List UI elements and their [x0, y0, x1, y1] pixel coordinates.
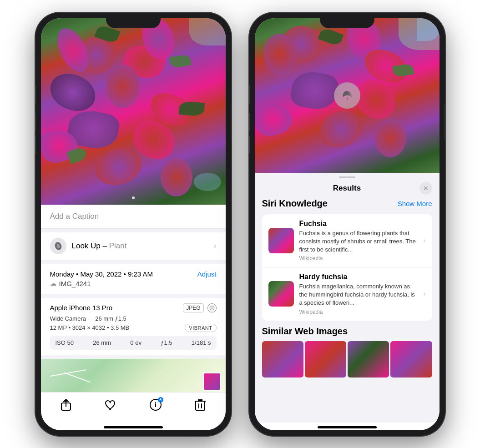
delete-button[interactable]	[193, 398, 207, 412]
siri-knowledge-header: Siri Knowledge Show More	[262, 198, 432, 209]
results-header: Results ✕	[255, 182, 440, 198]
caption-area[interactable]: Add a Caption	[41, 205, 226, 229]
fuchsia-source: Wikipedia	[299, 255, 416, 262]
camera-specs: Wide Camera — 26 mm ƒ1.5	[50, 315, 217, 322]
mp-info: 12 MP • 3024 × 4032 • 3.5 MB	[50, 324, 130, 331]
photo-info-area: Add a Caption Look Up – Plant › Mon	[41, 205, 226, 392]
flower-photo[interactable]	[41, 18, 226, 205]
phone-screen-1: Add a Caption Look Up – Plant › Mon	[41, 18, 226, 430]
similar-title: Similar Web Images	[262, 326, 432, 337]
aperture-value: ƒ1.5	[161, 339, 172, 346]
fuchsia-thumbnail	[268, 228, 294, 253]
fuchsia-description: Fuchsia is a genus of flowering plants t…	[299, 229, 416, 254]
meta-section: Monday • May 30, 2022 • 9:23 AM Adjust ☁…	[41, 264, 226, 294]
focal-value: 26 mm	[93, 339, 111, 346]
home-bar	[104, 426, 163, 428]
knowledge-item-fuchsia[interactable]: Fuchsia Fuchsia is a genus of flowering …	[262, 214, 432, 267]
close-button[interactable]: ✕	[419, 182, 432, 195]
phone-screen-2: Results ✕ Siri Knowledge Show More	[255, 18, 440, 430]
ev-value: 0 ev	[130, 339, 141, 346]
close-icon: ✕	[423, 185, 429, 192]
similar-section: Similar Web Images	[262, 326, 432, 378]
svg-text:i: i	[155, 401, 157, 408]
cloud-icon: ☁	[50, 280, 56, 287]
similar-image-1[interactable]	[262, 341, 303, 378]
info-button[interactable]: i ★	[149, 398, 162, 412]
device-name: Apple iPhone 13 Pro	[50, 304, 113, 312]
caption-placeholder[interactable]: Add a Caption	[50, 212, 99, 221]
knowledge-card: Fuchsia Fuchsia is a genus of flowering …	[262, 214, 432, 321]
adjust-button[interactable]: Adjust	[197, 270, 217, 278]
results-title: Results	[333, 184, 361, 193]
siri-knowledge-title: Siri Knowledge	[262, 198, 328, 209]
similar-image-2[interactable]	[305, 341, 346, 378]
dot-indicator	[346, 178, 348, 180]
phone-notch	[106, 13, 161, 28]
shutter-value: 1/181 s	[192, 339, 211, 346]
chevron-right-icon: ›	[214, 241, 217, 251]
format-badge: JPEG	[183, 303, 203, 312]
filename-row: ☁ IMG_4241	[50, 280, 217, 287]
leaf-icon	[341, 89, 354, 102]
favorite-button[interactable]	[104, 398, 117, 412]
photo-date: Monday • May 30, 2022 • 9:23 AM	[50, 270, 153, 278]
share-button[interactable]	[59, 398, 73, 412]
exif-row: ISO 50 26 mm 0 ev ƒ1.5 1/181 s	[50, 336, 217, 350]
similar-image-4[interactable]	[390, 341, 432, 378]
hardy-text: Hardy fuchsia Fuchsia magellanica, commo…	[299, 273, 416, 315]
hardy-chevron-icon: ›	[423, 290, 425, 298]
similar-images	[262, 341, 432, 378]
lookup-icon	[50, 238, 66, 254]
page-indicator	[132, 196, 135, 199]
knowledge-item-hardy[interactable]: Hardy fuchsia Fuchsia magellanica, commo…	[262, 267, 432, 321]
device-section: Apple iPhone 13 Pro JPEG Wide Camera — 2…	[41, 298, 226, 355]
visual-search-button[interactable]	[334, 82, 360, 109]
flower-photo-2[interactable]	[255, 18, 440, 173]
vibrant-badge: VIBRANT	[185, 324, 216, 332]
similar-image-3[interactable]	[348, 341, 389, 378]
phone-1: Add a Caption Look Up – Plant › Mon	[35, 13, 231, 436]
filename: IMG_4241	[59, 280, 91, 287]
results-sheet: Results ✕ Siri Knowledge Show More	[255, 173, 440, 423]
fuchsia-chevron-icon: ›	[423, 237, 425, 245]
hardy-thumbnail	[268, 281, 294, 307]
hardy-source: Wikipedia	[299, 309, 416, 315]
results-content: Siri Knowledge Show More Fuchsia Fuchsia…	[255, 198, 440, 423]
svg-rect-6	[196, 401, 205, 410]
lookup-row[interactable]: Look Up – Plant ›	[41, 232, 226, 260]
fuchsia-text: Fuchsia Fuchsia is a genus of flowering …	[299, 220, 416, 262]
mp-row: 12 MP • 3024 × 4032 • 3.5 MB VIBRANT	[50, 324, 217, 332]
fuchsia-name: Fuchsia	[299, 220, 416, 228]
home-bar-2	[318, 426, 377, 428]
phone-2: Results ✕ Siri Knowledge Show More	[249, 13, 445, 436]
map-preview[interactable]	[41, 359, 226, 392]
hardy-description: Fuchsia magellanica, commonly known as t…	[299, 282, 416, 307]
bottom-toolbar: i ★	[41, 392, 226, 423]
hardy-name: Hardy fuchsia	[299, 273, 416, 281]
settings-icon[interactable]	[207, 303, 217, 312]
svg-point-2	[211, 307, 213, 309]
lookup-label: Look Up – Plant	[72, 242, 127, 251]
phone-notch-2	[320, 13, 374, 28]
iso-value: ISO 50	[56, 339, 74, 346]
show-more-button[interactable]: Show More	[398, 200, 432, 207]
